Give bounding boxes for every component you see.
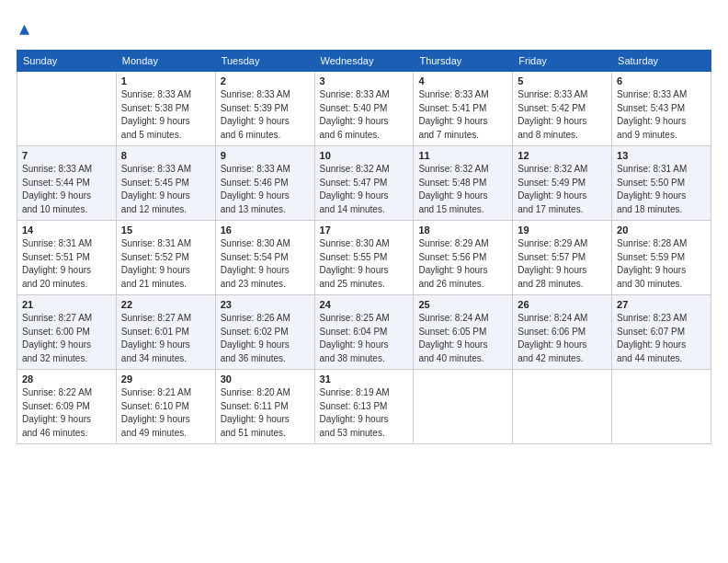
day-info: Sunrise: 8:24 AM Sunset: 6:05 PM Dayligh… (418, 312, 507, 365)
weekday-header-thursday: Thursday (414, 51, 513, 72)
day-info: Sunrise: 8:25 AM Sunset: 6:04 PM Dayligh… (320, 312, 409, 365)
calendar-cell: 3Sunrise: 8:33 AM Sunset: 5:40 PM Daylig… (314, 72, 414, 146)
calendar-week-row: 7Sunrise: 8:33 AM Sunset: 5:44 PM Daylig… (17, 146, 711, 221)
day-info: Sunrise: 8:31 AM Sunset: 5:51 PM Dayligh… (22, 237, 111, 291)
calendar-cell: 10Sunrise: 8:32 AM Sunset: 5:47 PM Dayli… (314, 146, 414, 221)
calendar-cell: 16Sunrise: 8:30 AM Sunset: 5:54 PM Dayli… (215, 221, 314, 295)
calendar-cell (612, 370, 711, 444)
calendar-cell: 26Sunrise: 8:24 AM Sunset: 6:06 PM Dayli… (513, 295, 612, 370)
day-number: 15 (121, 224, 210, 236)
weekday-header-saturday: Saturday (612, 51, 711, 72)
day-info: Sunrise: 8:26 AM Sunset: 6:02 PM Dayligh… (221, 312, 310, 365)
day-number: 10 (320, 150, 409, 161)
day-number: 11 (418, 150, 507, 161)
day-number: 4 (418, 75, 507, 86)
calendar-cell: 20Sunrise: 8:28 AM Sunset: 5:59 PM Dayli… (612, 221, 711, 295)
calendar-cell: 29Sunrise: 8:21 AM Sunset: 6:10 PM Dayli… (116, 370, 215, 444)
day-info: Sunrise: 8:31 AM Sunset: 5:50 PM Dayligh… (617, 163, 706, 216)
day-info: Sunrise: 8:23 AM Sunset: 6:07 PM Dayligh… (617, 312, 706, 365)
day-info: Sunrise: 8:32 AM Sunset: 5:47 PM Dayligh… (320, 163, 409, 216)
calendar-cell: 28Sunrise: 8:22 AM Sunset: 6:09 PM Dayli… (17, 370, 117, 444)
weekday-header-row: SundayMondayTuesdayWednesdayThursdayFrid… (17, 51, 711, 72)
calendar-week-row: 1Sunrise: 8:33 AM Sunset: 5:38 PM Daylig… (17, 72, 711, 146)
calendar-cell: 8Sunrise: 8:33 AM Sunset: 5:45 PM Daylig… (116, 146, 215, 221)
calendar-cell (513, 370, 612, 444)
calendar-table: SundayMondayTuesdayWednesdayThursdayFrid… (17, 50, 711, 444)
day-info: Sunrise: 8:32 AM Sunset: 5:48 PM Dayligh… (418, 163, 507, 216)
day-number: 8 (121, 150, 210, 161)
day-number: 27 (617, 299, 706, 310)
calendar-cell: 19Sunrise: 8:29 AM Sunset: 5:57 PM Dayli… (513, 221, 612, 295)
day-info: Sunrise: 8:29 AM Sunset: 5:56 PM Dayligh… (418, 237, 507, 291)
day-number: 22 (121, 299, 210, 310)
day-info: Sunrise: 8:33 AM Sunset: 5:41 PM Dayligh… (418, 88, 507, 142)
calendar-cell: 25Sunrise: 8:24 AM Sunset: 6:05 PM Dayli… (414, 295, 513, 370)
day-number: 7 (22, 150, 111, 161)
day-info: Sunrise: 8:32 AM Sunset: 5:49 PM Dayligh… (518, 163, 607, 216)
day-info: Sunrise: 8:31 AM Sunset: 5:52 PM Dayligh… (121, 237, 210, 291)
day-number: 30 (221, 373, 310, 385)
day-number: 9 (221, 150, 310, 161)
day-info: Sunrise: 8:33 AM Sunset: 5:46 PM Dayligh… (221, 163, 310, 216)
calendar-cell: 9Sunrise: 8:33 AM Sunset: 5:46 PM Daylig… (215, 146, 314, 221)
calendar-cell: 12Sunrise: 8:32 AM Sunset: 5:49 PM Dayli… (513, 146, 612, 221)
calendar-cell: 7Sunrise: 8:33 AM Sunset: 5:44 PM Daylig… (17, 146, 117, 221)
day-info: Sunrise: 8:30 AM Sunset: 5:54 PM Dayligh… (221, 237, 310, 291)
day-number: 29 (121, 373, 210, 385)
calendar-cell: 30Sunrise: 8:20 AM Sunset: 6:11 PM Dayli… (215, 370, 314, 444)
day-info: Sunrise: 8:29 AM Sunset: 5:57 PM Dayligh… (518, 237, 607, 291)
day-info: Sunrise: 8:33 AM Sunset: 5:44 PM Dayligh… (22, 163, 111, 216)
day-number: 20 (617, 224, 706, 236)
day-number: 6 (617, 75, 706, 86)
day-number: 26 (518, 299, 607, 310)
calendar-cell: 2Sunrise: 8:33 AM Sunset: 5:39 PM Daylig… (215, 72, 314, 146)
day-number: 2 (221, 75, 310, 86)
day-number: 18 (418, 224, 507, 236)
day-number: 5 (518, 75, 607, 86)
calendar-cell (17, 72, 117, 146)
calendar-cell: 27Sunrise: 8:23 AM Sunset: 6:07 PM Dayli… (612, 295, 711, 370)
day-number: 1 (121, 75, 210, 86)
calendar-cell: 21Sunrise: 8:27 AM Sunset: 6:00 PM Dayli… (17, 295, 117, 370)
day-info: Sunrise: 8:33 AM Sunset: 5:39 PM Dayligh… (221, 88, 310, 142)
calendar-cell (414, 370, 513, 444)
day-number: 16 (221, 224, 310, 236)
logo: ▴ (17, 17, 29, 40)
day-info: Sunrise: 8:21 AM Sunset: 6:10 PM Dayligh… (121, 386, 210, 440)
day-info: Sunrise: 8:27 AM Sunset: 6:00 PM Dayligh… (22, 312, 111, 365)
calendar-week-row: 28Sunrise: 8:22 AM Sunset: 6:09 PM Dayli… (17, 370, 711, 444)
calendar-cell: 17Sunrise: 8:30 AM Sunset: 5:55 PM Dayli… (314, 221, 414, 295)
day-info: Sunrise: 8:33 AM Sunset: 5:43 PM Dayligh… (617, 88, 706, 142)
calendar-week-row: 14Sunrise: 8:31 AM Sunset: 5:51 PM Dayli… (17, 221, 711, 295)
day-info: Sunrise: 8:30 AM Sunset: 5:55 PM Dayligh… (320, 237, 409, 291)
calendar-cell: 6Sunrise: 8:33 AM Sunset: 5:43 PM Daylig… (612, 72, 711, 146)
day-number: 3 (320, 75, 409, 86)
day-number: 19 (518, 224, 607, 236)
day-number: 28 (22, 373, 111, 385)
calendar-week-row: 21Sunrise: 8:27 AM Sunset: 6:00 PM Dayli… (17, 295, 711, 370)
calendar-cell: 15Sunrise: 8:31 AM Sunset: 5:52 PM Dayli… (116, 221, 215, 295)
calendar-cell: 18Sunrise: 8:29 AM Sunset: 5:56 PM Dayli… (414, 221, 513, 295)
day-info: Sunrise: 8:22 AM Sunset: 6:09 PM Dayligh… (22, 386, 111, 440)
calendar-cell: 11Sunrise: 8:32 AM Sunset: 5:48 PM Dayli… (414, 146, 513, 221)
day-info: Sunrise: 8:20 AM Sunset: 6:11 PM Dayligh… (221, 386, 310, 440)
weekday-header-wednesday: Wednesday (314, 51, 414, 72)
header: ▴ (17, 17, 711, 40)
day-info: Sunrise: 8:33 AM Sunset: 5:45 PM Dayligh… (121, 163, 210, 216)
day-info: Sunrise: 8:24 AM Sunset: 6:06 PM Dayligh… (518, 312, 607, 365)
day-number: 31 (320, 373, 409, 385)
day-info: Sunrise: 8:33 AM Sunset: 5:38 PM Dayligh… (121, 88, 210, 142)
calendar-cell: 14Sunrise: 8:31 AM Sunset: 5:51 PM Dayli… (17, 221, 117, 295)
weekday-header-tuesday: Tuesday (215, 51, 314, 72)
page-container: ▴ SundayMondayTuesdayWednesdayThursdayFr… (0, 0, 728, 454)
calendar-cell: 5Sunrise: 8:33 AM Sunset: 5:42 PM Daylig… (513, 72, 612, 146)
day-number: 12 (518, 150, 607, 161)
weekday-header-friday: Friday (513, 51, 612, 72)
day-info: Sunrise: 8:27 AM Sunset: 6:01 PM Dayligh… (121, 312, 210, 365)
day-number: 14 (22, 224, 111, 236)
logo-bird-icon: ▴ (19, 17, 29, 40)
calendar-cell: 4Sunrise: 8:33 AM Sunset: 5:41 PM Daylig… (414, 72, 513, 146)
calendar-cell: 13Sunrise: 8:31 AM Sunset: 5:50 PM Dayli… (612, 146, 711, 221)
day-number: 23 (221, 299, 310, 310)
day-info: Sunrise: 8:19 AM Sunset: 6:13 PM Dayligh… (320, 386, 409, 440)
